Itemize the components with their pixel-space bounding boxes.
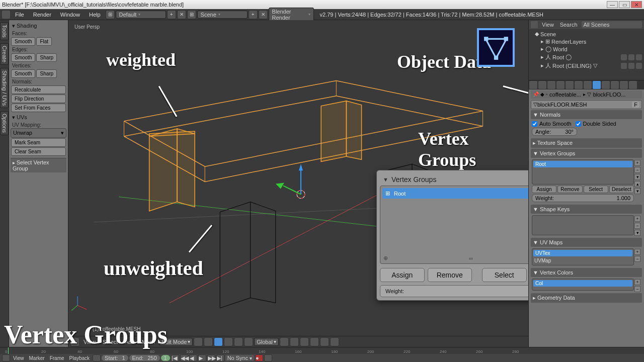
breadcrumb[interactable]: 📌 ◆ ▫ coffeetable... ▸ ▽ blockFLOO... [531,90,642,99]
tl-marker[interactable]: Marker [27,355,47,361]
uvmaps-list[interactable]: UVTex UVMap +− [532,248,634,265]
verts-sharp-button[interactable]: Sharp [36,69,57,78]
scene-browse-icon[interactable]: ⊞ [187,10,196,19]
props-select[interactable]: Select [584,186,608,193]
3d-viewport[interactable]: User Persp (1) coffeetable.MESH [68,20,528,347]
vg-panel-header[interactable]: ▼ Vertex Groups [531,149,642,158]
auto-smooth-checkbox[interactable]: Auto Smooth [532,121,572,127]
props-vg-list[interactable]: Root + − ▾ ▴ ▾ [532,159,634,185]
geomdata-header[interactable]: ▸ Geometry Data [531,293,642,303]
shapekeys-list[interactable]: +−▾ [532,215,634,235]
manip-scale-icon[interactable] [300,337,309,346]
edges-smooth-button[interactable]: Smooth [11,53,35,62]
uv-add-icon[interactable]: + [634,249,640,255]
autokey-icon[interactable]: ● [255,354,263,361]
vc-item[interactable]: Col [533,280,632,287]
props-assign[interactable]: Assign [532,186,556,193]
faces-flat-button[interactable]: Flat [36,37,52,46]
props-vg-item[interactable]: Root [533,161,632,167]
sk-spec-icon[interactable]: ▾ [634,230,640,236]
uv-rem-icon[interactable]: − [634,256,640,262]
editor-type-icon[interactable] [531,21,538,28]
texspace-header[interactable]: ▸ Texture Space [531,138,642,148]
timeline-editor-icon[interactable] [2,354,10,361]
mesh-name-input[interactable]: ▽ blockFLOOR.MESHF [531,100,642,109]
vcolors-list[interactable]: Col +− [532,279,634,291]
tab-object-icon[interactable] [566,81,574,89]
clear-seam-button[interactable]: Clear Seam [11,147,66,156]
layout-add-button[interactable]: + [167,10,176,19]
tree-renderlayers[interactable]: ▸ ⊞ RenderLayers [535,38,642,45]
vg-list[interactable]: ⊞ Root 🔓 ⊕ ═ [380,186,528,264]
menu-window[interactable]: Window [56,12,84,18]
vg-rem-icon[interactable]: − [634,167,640,173]
end-frame[interactable]: End:250 [129,355,160,361]
play-icon[interactable]: ▶ [198,354,206,361]
engine-dropdown[interactable]: Blender Render▾ [269,8,314,22]
prev-key-icon[interactable]: ◀◀ [180,354,188,361]
close-button[interactable]: ✕ [631,1,642,8]
filter-icon[interactable]: ⊕ [383,255,388,261]
recalculate-button[interactable]: Recalculate [11,85,66,94]
jump-end-icon[interactable]: ▶| [216,354,224,361]
pivot-icon[interactable] [204,337,213,346]
tab-physics-icon[interactable] [629,81,637,89]
select-button[interactable]: Select [482,268,527,282]
shapekeys-header[interactable]: ▼ Shape Keys [531,205,642,214]
tl-frame[interactable]: Frame [48,355,66,361]
vg-add-icon[interactable]: + [634,160,640,166]
faces-smooth-button[interactable]: Smooth [11,37,35,46]
tree-root[interactable]: ▸ 人 Root ◯ [535,53,642,61]
normals-panel-header[interactable]: ▼ Normals [531,110,642,119]
maximize-button[interactable]: ▭ [619,1,630,8]
set-from-faces-button[interactable]: Set From Faces [11,104,66,112]
scene-remove-button[interactable]: ✕ [259,10,268,19]
tree-root-ceiling[interactable]: ▸ 人 Root (CEILING) ▽ [535,61,642,70]
outliner-mode-dropdown[interactable]: All Scenes [582,21,642,28]
key-type-icon[interactable] [264,354,272,361]
tab-objectdata-icon[interactable] [593,81,601,89]
orientation-dropdown[interactable]: Global ▾ [254,338,279,346]
tab-world-icon[interactable] [556,81,565,89]
mark-seam-button[interactable]: Mark Seam [11,138,66,147]
tab-material-icon[interactable] [602,81,610,89]
tab-render-icon[interactable] [529,81,537,89]
snap-icon[interactable] [320,337,329,346]
uvmaps-header[interactable]: ▼ UV Maps [531,238,642,247]
collapse-icon[interactable]: ▼ [383,176,388,183]
verts-smooth-button[interactable]: Smooth [11,69,35,78]
tree-world[interactable]: ▸ ◯ World [535,45,642,53]
range-icon[interactable] [93,354,101,361]
flip-direction-button[interactable]: Flip Direction [11,95,66,103]
render-icon[interactable] [330,337,339,346]
limit-sel-icon[interactable] [244,337,253,346]
uv-item-1[interactable]: UVMap [532,257,633,264]
vg-spec-icon[interactable]: ▾ [634,174,640,180]
play-rev-icon[interactable]: ◀ [189,354,197,361]
vc-add-icon[interactable]: + [634,279,640,285]
tab-shading-uvs[interactable]: Shading / UVs [0,68,9,108]
select-vg-collapse[interactable]: ▸ Select Vertex Group [11,158,66,172]
manip-translate-icon[interactable] [280,337,289,346]
vg-dn-icon[interactable]: ▾ [634,188,640,194]
layout-remove-button[interactable]: ✕ [177,10,186,19]
face-select-icon[interactable] [234,337,243,346]
double-sided-checkbox[interactable]: Double Sided [576,121,616,127]
uv-item-0[interactable]: UVTex [533,250,632,256]
menu-render[interactable]: Render [29,12,55,18]
edges-sharp-button[interactable]: Sharp [36,53,57,62]
tab-modifier-icon[interactable] [584,81,592,89]
sk-add-icon[interactable]: + [634,216,640,222]
scene-add-button[interactable]: + [249,10,258,19]
menu-file[interactable]: File [11,12,28,18]
scene-dropdown[interactable]: Scene▾ [197,11,248,19]
remove-button[interactable]: Remove [428,268,472,282]
display-mode-icon[interactable] [194,337,203,346]
outliner-view[interactable]: View [540,22,556,28]
sk-rem-icon[interactable]: − [634,223,640,229]
weight-slider[interactable]: Weight: 1.000 [380,285,528,297]
tl-playback[interactable]: Playback [67,355,92,361]
vcolors-header[interactable]: ▼ Vertex Colors [531,268,642,277]
start-frame[interactable]: Start:1 [102,355,128,361]
vert-select-icon[interactable] [214,337,223,346]
